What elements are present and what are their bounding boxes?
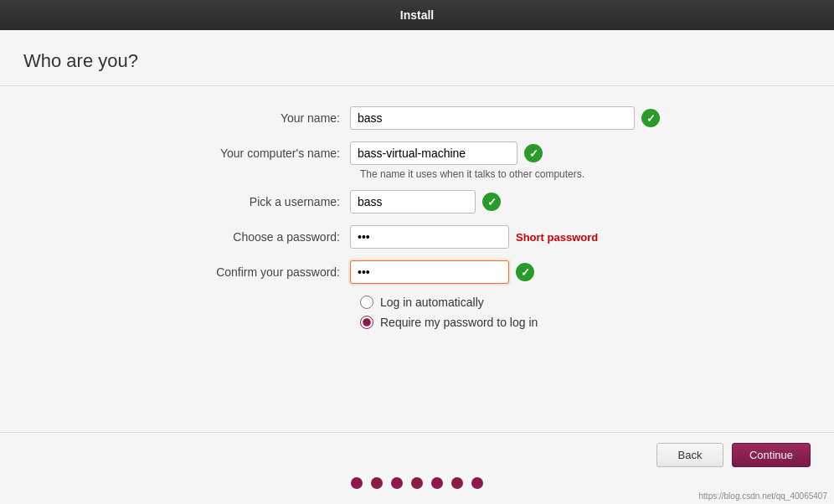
username-input[interactable] xyxy=(350,190,476,213)
your-name-row: Your name: xyxy=(166,106,668,130)
page-title: Who are you? xyxy=(23,50,811,72)
your-name-input[interactable] xyxy=(350,106,635,130)
username-check-icon xyxy=(482,193,501,211)
progress-dots xyxy=(351,477,483,494)
progress-dot-5 xyxy=(431,477,443,489)
confirm-password-input[interactable] xyxy=(350,260,509,284)
username-input-area xyxy=(350,190,668,213)
computer-name-input[interactable] xyxy=(350,141,517,165)
progress-dot-2 xyxy=(371,477,383,489)
your-name-check-icon xyxy=(641,109,660,127)
url-hint: https://blog.csdn.net/qq_40065407 xyxy=(699,491,827,501)
confirm-password-input-area xyxy=(350,260,668,284)
computer-name-hint: The name it uses when it talks to other … xyxy=(360,168,668,180)
title-bar: Install xyxy=(0,0,834,30)
auto-login-radio[interactable] xyxy=(360,296,373,309)
confirm-password-label: Confirm your password: xyxy=(166,265,350,279)
confirm-password-row: Confirm your password: xyxy=(166,260,668,284)
continue-button[interactable]: Continue xyxy=(732,443,811,467)
username-label: Pick a username: xyxy=(166,195,350,208)
main-window: Who are you? Your name: Your computer's … xyxy=(0,30,834,504)
content-area: Your name: Your computer's name: The nam… xyxy=(0,86,834,432)
short-password-warning: Short password xyxy=(516,231,598,244)
progress-dot-6 xyxy=(451,477,463,489)
auto-login-option[interactable]: Log in automatically xyxy=(360,296,668,309)
progress-dot-4 xyxy=(411,477,423,489)
your-name-input-area xyxy=(350,106,668,130)
password-row: Choose a password: Short password xyxy=(166,225,668,249)
password-login-option[interactable]: Require my password to log in xyxy=(360,316,668,329)
buttons-row: Back Continue xyxy=(23,443,811,467)
computer-name-input-area xyxy=(350,141,668,165)
auto-login-label: Log in automatically xyxy=(380,296,484,309)
computer-name-row: Your computer's name: xyxy=(166,141,668,165)
back-button[interactable]: Back xyxy=(656,443,723,467)
password-login-radio[interactable] xyxy=(360,316,373,329)
password-login-label: Require my password to log in xyxy=(380,316,538,329)
window-title: Install xyxy=(400,8,434,22)
computer-name-check-icon xyxy=(524,144,543,162)
header: Who are you? xyxy=(0,30,834,86)
username-row: Pick a username: xyxy=(166,190,668,213)
your-name-label: Your name: xyxy=(166,111,350,125)
password-input-area: Short password xyxy=(350,225,668,249)
form-container: Your name: Your computer's name: The nam… xyxy=(166,106,668,329)
progress-dot-7 xyxy=(471,477,483,489)
progress-dot-3 xyxy=(391,477,403,489)
login-options: Log in automatically Require my password… xyxy=(360,296,668,329)
password-input[interactable] xyxy=(350,225,509,249)
computer-name-label: Your computer's name: xyxy=(166,147,350,160)
password-label: Choose a password: xyxy=(166,230,350,244)
confirm-password-check-icon xyxy=(516,263,534,281)
progress-dot-1 xyxy=(351,477,363,489)
